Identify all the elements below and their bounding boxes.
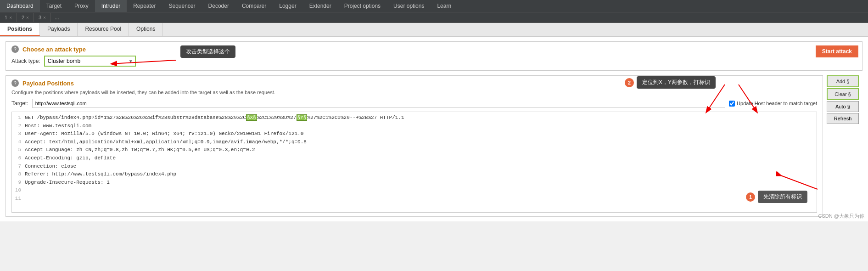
code-line-9: 9 Upgrade-Insecure-Requests: 1 [14, 179, 815, 187]
code-line-6: 6 Accept-Encoding: gzip, deflate [14, 154, 815, 163]
line-content-5: Accept-Language: zh-CN,zh;q=0.8,zh-TW;q=… [25, 146, 255, 154]
tab-3-close[interactable]: × [43, 15, 46, 20]
attack-type-header: ? Choose an attack type [11, 45, 857, 53]
nav-decoder[interactable]: Decoder [202, 0, 235, 12]
attack-type-title: Choose an attack type [22, 46, 86, 53]
nav-dashboard[interactable]: Dashboard [0, 0, 40, 12]
code-line-8: 8 Referer: http://www.testsqli.com/bypas… [14, 170, 815, 179]
payload-content-area: ? Payload Positions Configure the positi… [6, 75, 823, 217]
annotation-clear-box: 先清除所有标识 [758, 191, 807, 203]
line-num-1: 1 [14, 114, 21, 122]
update-host-checkbox[interactable] [729, 101, 735, 107]
nav-logger[interactable]: Logger [273, 0, 302, 12]
payload-positions-section: ? Payload Positions Configure the positi… [6, 75, 823, 217]
line-num-3: 3 [14, 130, 21, 138]
payload-description: Configure the positions where payloads w… [11, 90, 817, 95]
nav-intruder[interactable]: Intruder [95, 0, 127, 12]
highlight-x: §X§ [246, 114, 257, 121]
annotation-xy-params: 2 定位到X，Y两参数，打标识 [625, 76, 716, 89]
line-num-5: 5 [14, 146, 21, 154]
line-content-4: Accept: text/html,application/xhtml+xml,… [25, 138, 307, 147]
line-content-1: GET /bypass/index4.php?id=1%27%2B%26%26%… [25, 114, 404, 122]
line-num-4: 4 [14, 138, 21, 147]
line-num-6: 6 [14, 154, 21, 163]
nav-target[interactable]: Target [40, 0, 68, 12]
line-num-7: 7 [14, 163, 21, 171]
subtab-resource-pool[interactable]: Resource Pool [78, 23, 129, 36]
payload-positions-help-icon[interactable]: ? [11, 79, 19, 87]
line-content-7: Connection: close [25, 163, 76, 171]
content-with-sidebar: ? Payload Positions Configure the positi… [6, 75, 862, 217]
tab-2-label: 2 [22, 15, 24, 20]
nav-extender[interactable]: Extender [303, 0, 338, 12]
code-line-11: 11 [14, 195, 815, 203]
arrow-attack-type [107, 56, 180, 69]
line-content-3: User-Agent: Mozilla/5.0 (Windows NT 10.0… [25, 130, 303, 138]
watermark: CSDN @大象只为你 [818, 213, 864, 220]
nav-learn[interactable]: Learn [431, 0, 458, 12]
code-line-4: 4 Accept: text/html,application/xhtml+xm… [14, 138, 815, 147]
nav-comparer[interactable]: Comparer [235, 0, 273, 12]
request-code-area[interactable]: 1 GET /bypass/index4.php?id=1%27%2B%26%2… [11, 112, 817, 213]
clear-button[interactable]: Clear § [827, 88, 859, 100]
line-content-9: Upgrade-Insecure-Requests: 1 [25, 179, 110, 187]
line-content-6: Accept-Encoding: gzip, deflate [25, 154, 116, 163]
annotation-clear-all: 1 先清除所有标识 [746, 191, 807, 203]
line-num-9: 9 [14, 179, 21, 187]
tab-1-close[interactable]: × [9, 15, 12, 20]
code-line-10: 10 [14, 186, 815, 195]
code-line-5: 5 Accept-Language: zh-CN,zh;q=0.8,zh-TW;… [14, 146, 815, 154]
line-num-10: 10 [14, 186, 21, 195]
main-content: ? Choose an attack type Attack type: Sni… [0, 37, 868, 221]
tab-more[interactable]: ... [51, 12, 63, 23]
annotation-circle-2: 2 [625, 78, 634, 87]
tab-3-label: 3 [39, 15, 41, 20]
nav-proxy[interactable]: Proxy [68, 0, 95, 12]
annotation-xy-box: 定位到X，Y两参数，打标识 [637, 76, 716, 89]
tab-2-close[interactable]: × [26, 15, 29, 20]
tab-2[interactable]: 2 × [17, 13, 34, 22]
nav-project-options[interactable]: Project options [338, 0, 387, 12]
svg-line-1 [112, 60, 176, 64]
subtab-positions[interactable]: Positions [0, 23, 40, 36]
add-button[interactable]: Add § [827, 75, 859, 87]
attack-type-section: ? Choose an attack type Attack type: Sni… [6, 41, 862, 71]
refresh-button[interactable]: Refresh [827, 113, 859, 124]
annotation-attack-type: 攻击类型选择这个 [180, 45, 235, 58]
payload-positions-wrapper: ? Payload Positions Configure the positi… [6, 75, 862, 217]
tab-1[interactable]: 1 × [0, 13, 17, 22]
code-line-7: 7 Connection: close [14, 163, 815, 171]
tabs-row: 1 × 2 × 3 × ... [0, 12, 868, 23]
target-row: Target: Update Host header to match targ… [11, 99, 817, 108]
annotation-attack-type-box: 攻击类型选择这个 [180, 45, 235, 58]
subtab-payloads[interactable]: Payloads [40, 23, 78, 36]
subtab-options[interactable]: Options [129, 23, 163, 36]
auto-button[interactable]: Auto § [827, 101, 859, 112]
attack-type-help-icon[interactable]: ? [11, 45, 19, 53]
top-navigation: Dashboard Target Proxy Intruder Repeater… [0, 0, 868, 12]
line-num-8: 8 [14, 170, 21, 179]
annotation-circle-1: 1 [746, 192, 755, 202]
line-num-2: 2 [14, 122, 21, 130]
line-content-8: Referer: http://www.testsqli.com/bypass/… [25, 170, 176, 179]
nav-user-options[interactable]: User options [387, 0, 431, 12]
nav-repeater[interactable]: Repeater [127, 0, 162, 12]
highlight-y: §Y§ [297, 114, 308, 121]
target-label: Target: [11, 100, 28, 107]
tab-1-label: 1 [5, 15, 7, 20]
attack-type-label: Attack type: [11, 58, 40, 64]
target-input[interactable] [32, 99, 725, 108]
line-content-2: Host: www.testsqli.com [25, 122, 91, 130]
tab-3[interactable]: 3 × [34, 13, 51, 22]
update-host-text: Update Host header to match target [737, 101, 817, 106]
line-num-11: 11 [14, 195, 21, 203]
code-line-2: 2 Host: www.testsqli.com [14, 122, 815, 130]
code-line-3: 3 User-Agent: Mozilla/5.0 (Windows NT 10… [14, 130, 815, 138]
code-line-1: 1 GET /bypass/index4.php?id=1%27%2B%26%2… [14, 114, 815, 122]
sub-tabs: Positions Payloads Resource Pool Options [0, 23, 868, 37]
nav-sequencer[interactable]: Sequencer [162, 0, 202, 12]
right-sidebar: Add § Clear § Auto § Refresh [823, 75, 862, 217]
start-attack-button[interactable]: Start attack [816, 45, 858, 57]
payload-positions-title: Payload Positions [22, 80, 74, 87]
update-host-label: Update Host header to match target [729, 101, 817, 107]
